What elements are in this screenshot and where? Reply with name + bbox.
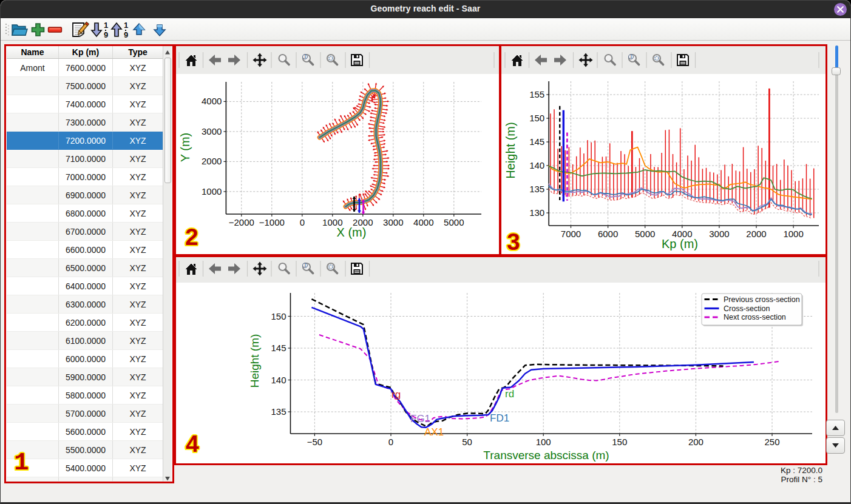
svg-text:rg: rg — [392, 389, 401, 400]
svg-text:1000: 1000 — [202, 186, 222, 197]
svg-text:FG1: FG1 — [410, 413, 430, 425]
svg-text:200: 200 — [688, 437, 704, 447]
svg-text:1: 1 — [304, 54, 307, 59]
svg-text:1: 1 — [124, 21, 128, 30]
svg-text:rd: rd — [505, 388, 514, 400]
svg-text:145: 145 — [529, 136, 544, 147]
svg-text:Y (m): Y (m) — [178, 133, 192, 163]
svg-text:4000: 4000 — [413, 217, 433, 227]
svg-text:2000: 2000 — [202, 156, 222, 166]
svg-text:2000: 2000 — [746, 229, 766, 239]
svg-text:3000: 3000 — [383, 217, 403, 227]
svg-text:150: 150 — [529, 113, 544, 123]
svg-text:155: 155 — [529, 89, 544, 99]
svg-text:250: 250 — [764, 437, 779, 447]
svg-text:135: 135 — [529, 184, 544, 194]
svg-text:1: 1 — [630, 54, 632, 59]
svg-text:140: 140 — [271, 375, 286, 385]
svg-text:Height (m): Height (m) — [504, 122, 517, 178]
svg-text:5000: 5000 — [635, 229, 655, 239]
svg-text:Transverse abscissa (m): Transverse abscissa (m) — [483, 449, 609, 462]
svg-text:0: 0 — [300, 217, 305, 227]
svg-text:X (m): X (m) — [337, 226, 367, 239]
svg-text:Next cross-section: Next cross-section — [724, 313, 786, 321]
svg-text:Previous cross-section: Previous cross-section — [724, 295, 800, 304]
svg-text:150: 150 — [271, 311, 286, 321]
svg-text:1: 1 — [304, 263, 307, 268]
svg-text:9: 9 — [124, 30, 128, 39]
svg-text:3000: 3000 — [709, 229, 729, 239]
svg-text:−2000: −2000 — [229, 217, 254, 227]
svg-text:Kp (m): Kp (m) — [662, 237, 698, 250]
svg-text:−1000: −1000 — [259, 217, 285, 227]
svg-text:9: 9 — [104, 30, 108, 39]
svg-text:1000: 1000 — [783, 229, 803, 239]
svg-text:Height (m): Height (m) — [248, 334, 261, 388]
svg-text:Cross-section: Cross-section — [724, 304, 770, 313]
svg-text:1: 1 — [104, 21, 108, 30]
svg-text:100: 100 — [536, 437, 551, 447]
svg-text:145: 145 — [271, 343, 286, 353]
svg-text:7000: 7000 — [561, 229, 581, 239]
svg-text:AX1: AX1 — [424, 426, 444, 438]
svg-text:4000: 4000 — [202, 96, 222, 106]
svg-text:−50: −50 — [307, 437, 322, 447]
svg-text:FD1: FD1 — [490, 412, 509, 424]
svg-text:5000: 5000 — [444, 217, 464, 227]
svg-text:0: 0 — [388, 437, 393, 447]
svg-text:50: 50 — [462, 437, 472, 447]
svg-text:140: 140 — [529, 160, 544, 170]
svg-text:3000: 3000 — [202, 126, 222, 136]
svg-text:6000: 6000 — [598, 229, 618, 239]
svg-text:135: 135 — [271, 406, 286, 417]
svg-text:130: 130 — [529, 207, 544, 218]
svg-text:150: 150 — [612, 437, 627, 447]
